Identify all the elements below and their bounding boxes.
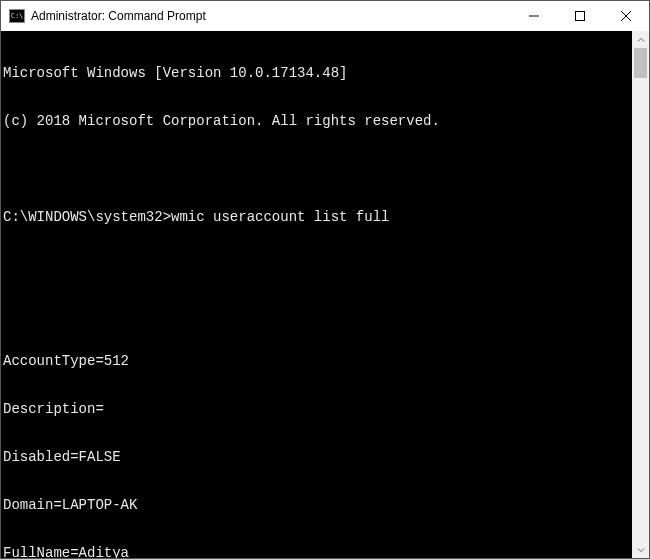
command-prompt-window: C:\ Administrator: Command Prompt Micros… <box>0 0 650 559</box>
maximize-button[interactable] <box>557 1 603 31</box>
prompt: C:\WINDOWS\system32> <box>3 209 171 225</box>
blank-line <box>3 161 632 177</box>
window-title: Administrator: Command Prompt <box>31 9 511 23</box>
terminal-output[interactable]: Microsoft Windows [Version 10.0.17134.48… <box>1 31 632 558</box>
output-line: Description= <box>3 401 632 417</box>
blank-line <box>3 257 632 273</box>
svg-rect-1 <box>576 12 585 21</box>
output-line: FullName=Aditya <box>3 545 632 558</box>
command: wmic useraccount list full <box>171 209 389 225</box>
scroll-up-arrow-icon[interactable] <box>632 31 649 48</box>
prompt-line: C:\WINDOWS\system32>wmic useraccount lis… <box>3 209 632 225</box>
banner-line: Microsoft Windows [Version 10.0.17134.48… <box>3 65 632 81</box>
close-button[interactable] <box>603 1 649 31</box>
blank-line <box>3 305 632 321</box>
output-line: AccountType=512 <box>3 353 632 369</box>
terminal-area: Microsoft Windows [Version 10.0.17134.48… <box>1 31 649 558</box>
scroll-thumb[interactable] <box>634 48 647 78</box>
output-line: Disabled=FALSE <box>3 449 632 465</box>
banner-line: (c) 2018 Microsoft Corporation. All righ… <box>3 113 632 129</box>
cmd-icon: C:\ <box>9 9 25 23</box>
titlebar[interactable]: C:\ Administrator: Command Prompt <box>1 1 649 31</box>
output-line: Domain=LAPTOP-AK <box>3 497 632 513</box>
minimize-button[interactable] <box>511 1 557 31</box>
scroll-down-arrow-icon[interactable] <box>632 541 649 558</box>
vertical-scrollbar[interactable] <box>632 31 649 558</box>
window-controls <box>511 1 649 31</box>
